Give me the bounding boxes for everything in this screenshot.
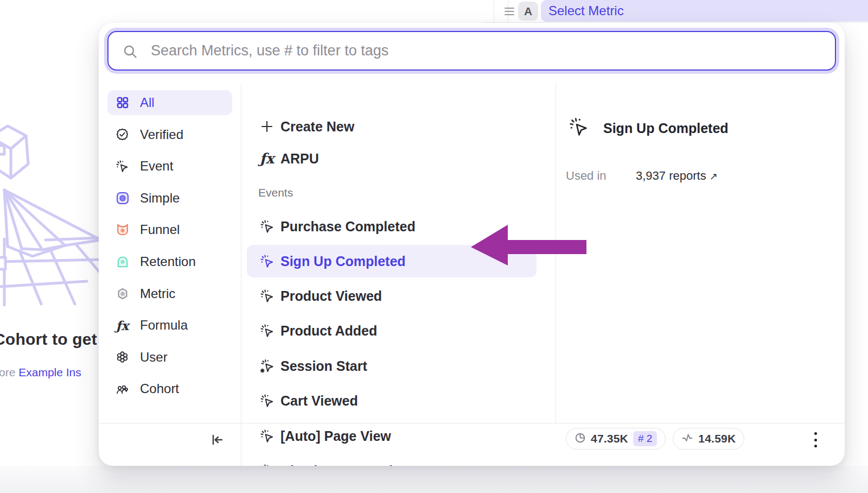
- event-cursor-icon: [259, 463, 275, 466]
- sidebar-item-user[interactable]: User: [107, 345, 232, 370]
- funnel-icon: [115, 223, 130, 237]
- list-item-arpu[interactable]: ƒx ARPU: [247, 145, 537, 172]
- activity-icon: [681, 432, 693, 446]
- sidebar-item-verified[interactable]: Verified: [107, 122, 232, 147]
- rank-chip: # 2: [633, 431, 657, 446]
- list-item-label: Purchase Completed: [280, 219, 416, 235]
- example-insights-link[interactable]: Example Ins: [18, 366, 81, 378]
- activity-pill[interactable]: 14.59K: [673, 428, 744, 450]
- stat-value: 14.59K: [698, 432, 736, 445]
- reports-link[interactable]: 3,937 reports↗: [636, 169, 718, 183]
- event-cursor-icon: [259, 288, 275, 304]
- search-box: [107, 31, 836, 71]
- list-item-label: Product Added: [280, 323, 377, 339]
- metric-picker-modal: All Verified Event: [99, 23, 845, 466]
- sidebar-item-cohort[interactable]: Cohort: [107, 376, 232, 401]
- grid-icon: [115, 96, 130, 110]
- event-cursor-icon: [259, 254, 275, 269]
- event-cursor-icon: [569, 117, 589, 140]
- session-start-event-icon: [259, 358, 275, 374]
- plus-icon: [259, 119, 275, 134]
- event-cursor-icon: [259, 323, 275, 338]
- event-cursor-icon: [259, 393, 275, 408]
- sidebar-item-label: Event: [140, 159, 173, 174]
- list-item-label: Session Start: [280, 358, 367, 374]
- verified-badge-icon: [115, 127, 130, 142]
- sidebar-item-simple[interactable]: Simple: [107, 186, 232, 211]
- external-link-icon: ↗: [710, 171, 718, 182]
- more-options-button[interactable]: [809, 432, 822, 447]
- select-metric-field[interactable]: Select Metric: [541, 0, 868, 22]
- list-item-label: ARPU: [280, 151, 319, 167]
- sidebar-item-retention[interactable]: Retention: [107, 249, 232, 274]
- list-item-event-selected[interactable]: Sign Up Completed: [247, 245, 537, 277]
- user-cluster-icon: [115, 350, 130, 364]
- formula-icon: ƒx: [259, 151, 275, 166]
- event-cursor-icon: [259, 219, 275, 234]
- stat-value: 47.35K: [591, 432, 628, 445]
- used-in-label: Used in: [566, 169, 607, 183]
- event-cursor-icon: [259, 428, 275, 444]
- retention-icon: [115, 254, 130, 269]
- sidebar-item-label: Retention: [140, 254, 196, 269]
- detail-header: Sign Up Completed: [569, 117, 729, 140]
- list-item-event[interactable]: Product Added: [247, 317, 537, 344]
- builder-column-divider: [494, 0, 494, 22]
- stats-pills: 47.35K # 2 14.59K: [566, 428, 744, 450]
- sidebar-item-metric[interactable]: Metric: [107, 281, 232, 306]
- list-item-label: Sign Up Completed: [280, 254, 406, 269]
- cohort-people-icon: [115, 382, 130, 396]
- drag-handle-icon[interactable]: [503, 6, 515, 19]
- empty-state-subtext: ore Example Ins: [0, 366, 81, 379]
- sidebar-item-label: Formula: [140, 318, 188, 333]
- simple-metric-icon: [115, 191, 130, 205]
- sidebar-item-label: Cohort: [140, 381, 179, 396]
- sidebar-item-label: All: [140, 95, 155, 110]
- list-item-event[interactable]: [Auto] Page View: [247, 422, 537, 450]
- list-item-label: Product Viewed: [280, 288, 382, 304]
- create-new-label: Create New: [280, 119, 354, 135]
- collapse-left-icon: [209, 432, 225, 448]
- filter-sidebar: All Verified Event: [107, 90, 241, 401]
- sidebar-divider: [241, 84, 241, 466]
- collapse-sidebar-button[interactable]: [205, 429, 229, 451]
- sidebar-item-event[interactable]: Event: [107, 154, 232, 179]
- select-metric-label: Select Metric: [548, 3, 624, 18]
- list-item-event[interactable]: Session Start: [247, 352, 537, 380]
- create-new-button[interactable]: Create New: [247, 113, 537, 140]
- sidebar-item-label: Funnel: [140, 222, 180, 237]
- search-input[interactable]: [151, 32, 824, 69]
- metric-letter-badge: A: [518, 2, 538, 21]
- list-item-event[interactable]: Cart Viewed: [247, 387, 537, 414]
- events-section-header: Events: [258, 186, 293, 199]
- empty-state-heading: Cohort to get s: [0, 330, 111, 349]
- subtext-fragment: ore: [0, 366, 15, 378]
- sidebar-item-label: Simple: [140, 191, 180, 206]
- sidebar-item-formula[interactable]: ƒx Formula: [107, 313, 232, 338]
- metric-hexagon-icon: [115, 286, 130, 301]
- list-item-event[interactable]: Purchase Completed: [247, 213, 537, 240]
- formula-icon: ƒx: [115, 318, 130, 333]
- sidebar-item-label: Verified: [140, 127, 183, 142]
- list-item-event[interactable]: Product Viewed: [247, 282, 537, 309]
- list-item-label: [Auto] Page View: [280, 428, 391, 444]
- screen: A Select Metric Cohort to get s: [0, 0, 868, 493]
- sidebar-item-funnel[interactable]: Funnel: [107, 217, 232, 242]
- list-item-label: Checkout Started: [280, 463, 393, 466]
- sidebar-item-all[interactable]: All: [107, 90, 232, 115]
- event-cursor-icon: [115, 159, 130, 174]
- list-item-event[interactable]: Checkout Started: [247, 457, 537, 466]
- detail-title: Sign Up Completed: [603, 121, 729, 136]
- pie-chart-icon: [575, 432, 586, 446]
- metric-detail-panel: Sign Up Completed Used in 3,937 reports↗…: [556, 84, 845, 466]
- list-item-label: Cart Viewed: [280, 393, 358, 409]
- search-icon: [123, 44, 138, 61]
- page-bottom-strip: [0, 466, 868, 493]
- sidebar-item-label: Metric: [140, 286, 175, 301]
- sidebar-item-label: User: [140, 350, 168, 365]
- total-count-pill[interactable]: 47.35K # 2: [566, 428, 666, 450]
